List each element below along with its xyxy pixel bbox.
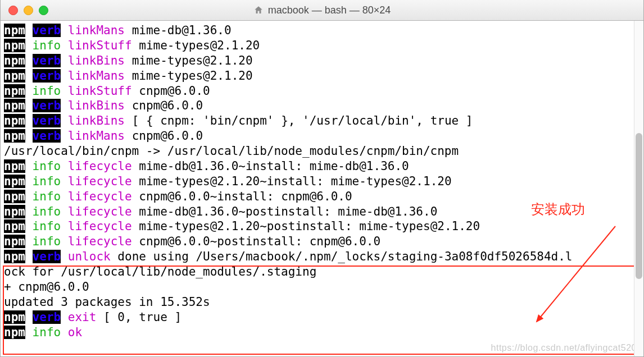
npm-detail: mime-db@1.36.0 (132, 24, 232, 37)
terminal-text: + cnpm@6.0.0 (4, 280, 89, 294)
terminal-window: macbook — bash — 80×24 npm verb linkMans… (0, 0, 644, 357)
npm-detail: mime-types@2.1.20~postinstall: mime-type… (139, 219, 480, 233)
npm-action: lifecycle (68, 235, 132, 248)
terminal-line: npm verb linkMans mime-db@1.36.0 (4, 23, 640, 38)
titlebar: macbook — bash — 80×24 (1, 0, 643, 21)
npm-badge: npm (4, 190, 25, 203)
npm-detail: mime-types@2.1.20 (132, 54, 253, 67)
npm-action: linkBins (68, 54, 125, 67)
scrollbar[interactable] (634, 21, 643, 356)
terminal-line: ock for /usr/local/lib/node_modules/.sta… (4, 264, 640, 280)
level-verb: verb (33, 250, 61, 263)
npm-badge: npm (4, 219, 25, 233)
terminal-line: npm info linkStuff mime-types@2.1.20 (4, 38, 640, 53)
level-info: info (33, 39, 61, 52)
terminal-output: npm verb linkMans mime-db@1.36.0npm info… (1, 21, 643, 341)
level-info: info (33, 326, 61, 339)
npm-badge: npm (4, 39, 25, 52)
npm-badge: npm (4, 235, 25, 248)
level-info: info (33, 84, 61, 98)
npm-action: linkBins (68, 99, 125, 112)
level-verb: verb (33, 310, 61, 324)
npm-action: linkStuff (68, 39, 132, 52)
npm-detail: done using /Users/macbook/.npm/_locks/st… (117, 250, 572, 263)
npm-badge: npm (4, 250, 25, 263)
minimize-icon[interactable] (24, 6, 33, 15)
level-verb: verb (33, 54, 61, 67)
npm-badge: npm (4, 69, 25, 83)
level-verb: verb (33, 99, 61, 112)
terminal-line: npm verb unlock done using /Users/macboo… (4, 249, 640, 264)
scrollbar-thumb[interactable] (636, 133, 642, 279)
terminal-line: npm verb linkBins [ { cnpm: 'bin/cnpm' }… (4, 113, 640, 129)
npm-badge: npm (4, 84, 25, 98)
npm-badge: npm (4, 310, 25, 324)
npm-detail: cnpm@6.0.0 (139, 84, 210, 98)
level-info: info (33, 175, 61, 188)
npm-action: linkMans (68, 69, 125, 83)
level-info: info (33, 205, 61, 218)
npm-detail: [ { cnpm: 'bin/cnpm' }, '/usr/local/bin'… (132, 114, 473, 127)
npm-detail: [ 0, true ] (103, 310, 182, 324)
npm-action: lifecycle (68, 175, 132, 188)
npm-detail: mime-types@2.1.20 (132, 69, 253, 83)
npm-action: ok (68, 326, 82, 339)
npm-action: lifecycle (68, 205, 132, 218)
npm-action: lifecycle (68, 219, 132, 233)
terminal-line: npm verb linkMans cnpm@6.0.0 (4, 129, 640, 144)
npm-action: linkBins (68, 114, 125, 127)
npm-action: linkStuff (68, 84, 132, 98)
npm-detail: cnpm@6.0.0 (132, 129, 203, 143)
npm-badge: npm (4, 159, 25, 173)
npm-detail: cnpm@6.0.0 (132, 99, 203, 112)
level-verb: verb (33, 129, 61, 143)
level-verb: verb (33, 69, 61, 83)
npm-badge: npm (4, 99, 25, 112)
level-verb: verb (33, 24, 61, 37)
terminal-line: npm verb linkBins mime-types@2.1.20 (4, 53, 640, 68)
terminal-line: npm verb linkMans mime-types@2.1.20 (4, 68, 640, 84)
terminal-line: npm verb linkBins cnpm@6.0.0 (4, 98, 640, 113)
npm-badge: npm (4, 326, 25, 339)
npm-action: linkMans (68, 129, 125, 143)
zoom-icon[interactable] (39, 6, 48, 15)
level-info: info (33, 190, 61, 203)
npm-detail: mime-db@1.36.0~install: mime-db@1.36.0 (139, 159, 409, 173)
terminal-content[interactable]: npm verb linkMans mime-db@1.36.0npm info… (1, 21, 643, 356)
close-icon[interactable] (8, 6, 18, 15)
npm-badge: npm (4, 54, 25, 67)
npm-detail: mime-db@1.36.0~postinstall: mime-db@1.36… (139, 205, 437, 218)
terminal-line: updated 3 packages in 15.352s (4, 295, 640, 310)
npm-detail: cnpm@6.0.0~install: cnpm@6.0.0 (139, 190, 352, 203)
terminal-line: npm info linkStuff cnpm@6.0.0 (4, 84, 640, 99)
npm-badge: npm (4, 205, 25, 218)
window-title: macbook — bash — 80×24 (1, 4, 643, 16)
npm-detail: cnpm@6.0.0~postinstall: cnpm@6.0.0 (139, 235, 380, 248)
watermark: https://blog.csdn.net/aflyingcat520 (491, 343, 637, 353)
npm-detail: mime-types@2.1.20 (139, 39, 260, 52)
home-icon (253, 5, 264, 15)
npm-badge: npm (4, 114, 25, 127)
npm-detail: mime-types@2.1.20~install: mime-types@2.… (139, 175, 451, 188)
level-info: info (33, 219, 61, 233)
traffic-lights (8, 6, 48, 15)
npm-action: lifecycle (68, 159, 132, 173)
terminal-line: npm info lifecycle mime-types@2.1.20~pos… (4, 219, 640, 234)
npm-badge: npm (4, 24, 25, 37)
npm-action: unlock (68, 250, 111, 263)
terminal-line: npm info ok (4, 325, 640, 340)
terminal-text: updated 3 packages in 15.352s (4, 295, 210, 309)
npm-badge: npm (4, 175, 25, 188)
npm-action: exit (68, 310, 97, 324)
npm-action: linkMans (68, 24, 125, 37)
terminal-line: npm info lifecycle mime-types@2.1.20~ins… (4, 174, 640, 189)
npm-badge: npm (4, 129, 25, 143)
terminal-text: ock for /usr/local/lib/node_modules/.sta… (4, 265, 316, 278)
terminal-line: npm verb exit [ 0, true ] (4, 310, 640, 325)
terminal-line: /usr/local/bin/cnpm -> /usr/local/lib/no… (4, 144, 640, 159)
terminal-text: /usr/local/bin/cnpm -> /usr/local/lib/no… (4, 144, 459, 158)
window-title-text: macbook — bash — 80×24 (268, 4, 391, 16)
npm-action: lifecycle (68, 190, 132, 203)
terminal-line: npm info lifecycle mime-db@1.36.0~postin… (4, 204, 640, 219)
terminal-line: npm info lifecycle cnpm@6.0.0~postinstal… (4, 234, 640, 249)
